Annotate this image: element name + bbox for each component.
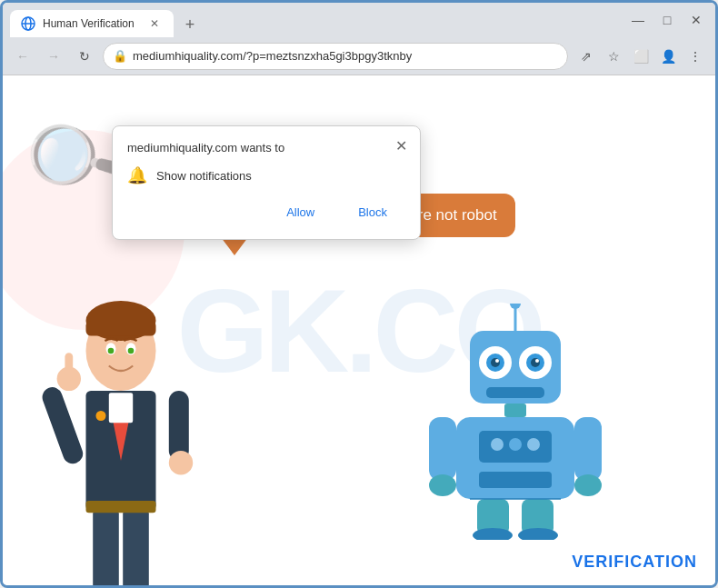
active-tab[interactable]: Human Verification ✕ — [10, 10, 174, 37]
new-tab-button[interactable]: + — [177, 12, 203, 37]
svg-rect-8 — [109, 393, 133, 423]
page-content: GK.CO 🔍 — [3, 75, 715, 585]
svg-rect-15 — [123, 509, 149, 585]
svg-point-22 — [108, 348, 115, 354]
allow-button[interactable]: Allow — [268, 200, 333, 224]
svg-point-25 — [510, 304, 521, 309]
svg-point-31 — [491, 358, 500, 367]
svg-rect-14 — [93, 509, 119, 585]
svg-rect-36 — [504, 404, 526, 417]
svg-point-13 — [169, 451, 193, 474]
block-button[interactable]: Block — [340, 200, 405, 224]
browser-window: Human Verification ✕ + — □ ✕ ← → ↻ 🔒 med… — [0, 0, 718, 588]
svg-point-39 — [491, 438, 504, 451]
svg-rect-18 — [86, 501, 156, 513]
nav-actions: ⇗ ☆ ⬜ 👤 ⋮ — [573, 44, 708, 69]
popup-title: mediumhiquality.com wants to — [127, 141, 405, 154]
svg-point-40 — [509, 438, 522, 451]
window-controls: — □ ✕ — [626, 8, 708, 32]
svg-point-45 — [429, 474, 456, 496]
svg-rect-10 — [169, 391, 189, 461]
svg-rect-12 — [65, 353, 73, 381]
close-window-button[interactable]: ✕ — [684, 8, 708, 32]
back-button[interactable]: ← — [10, 44, 35, 69]
svg-point-23 — [128, 348, 135, 354]
svg-rect-42 — [479, 472, 552, 488]
bookmark-button[interactable]: ☆ — [601, 44, 626, 69]
tab-close-button[interactable]: ✕ — [146, 15, 163, 32]
notification-popup: ✕ mediumhiquality.com wants to 🔔 Show no… — [112, 125, 421, 240]
svg-point-46 — [574, 474, 602, 496]
navigation-bar: ← → ↻ 🔒 mediumhiquality.com/?p=meztsnzxh… — [3, 37, 715, 75]
minimize-button[interactable]: — — [626, 8, 650, 32]
popup-buttons: Allow Block — [127, 200, 405, 224]
title-bar: Human Verification ✕ + — □ ✕ — [3, 3, 715, 37]
svg-rect-44 — [574, 417, 602, 481]
reload-button[interactable]: ↻ — [72, 44, 97, 69]
profile-button[interactable]: 👤 — [655, 44, 681, 69]
businessman-illustration — [21, 231, 221, 576]
notification-label: Show notifications — [156, 169, 252, 183]
bell-icon: 🔔 — [127, 165, 147, 185]
svg-point-33 — [495, 359, 499, 363]
svg-rect-43 — [429, 417, 456, 481]
popup-close-button[interactable]: ✕ — [391, 135, 411, 155]
tab-area: Human Verification ✕ + — [10, 3, 626, 37]
verification-label: VERIFICATION — [572, 553, 697, 572]
menu-button[interactable]: ⋮ — [683, 44, 708, 69]
svg-rect-6 — [86, 321, 156, 336]
share-button[interactable]: ⇗ — [573, 44, 599, 69]
maximize-button[interactable]: □ — [655, 8, 679, 32]
svg-point-34 — [535, 359, 539, 363]
svg-point-41 — [527, 438, 540, 451]
extensions-button[interactable]: ⬜ — [628, 44, 653, 69]
address-bar[interactable]: 🔒 mediumhiquality.com/?p=meztsnzxha5gi3b… — [103, 43, 568, 70]
tab-title: Human Verification — [43, 17, 139, 30]
tab-favicon — [21, 16, 35, 31]
svg-rect-9 — [39, 384, 85, 466]
url-text: mediumhiquality.com/?p=meztsnzxha5gi3bpg… — [133, 49, 558, 63]
svg-point-32 — [531, 358, 540, 367]
svg-point-19 — [96, 411, 106, 421]
popup-notification-row: 🔔 Show notifications — [127, 165, 405, 185]
robot-illustration — [424, 304, 606, 540]
svg-rect-35 — [486, 387, 544, 398]
lock-icon: 🔒 — [113, 49, 127, 63]
forward-button[interactable]: → — [41, 44, 66, 69]
